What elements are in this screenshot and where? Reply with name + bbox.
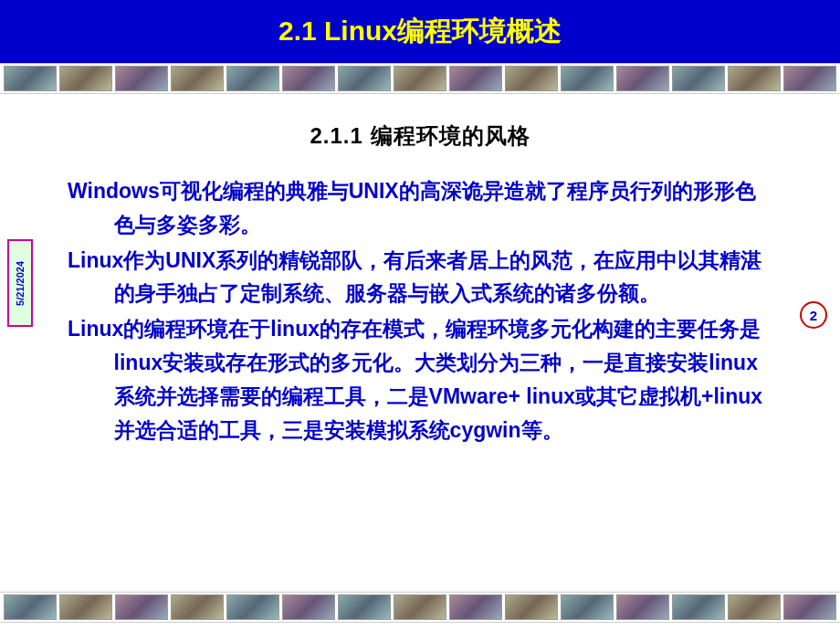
- thumb-image: [394, 594, 446, 620]
- thumb-image: [226, 594, 279, 620]
- thumb-image: [59, 594, 112, 620]
- thumb-image: [672, 594, 725, 620]
- thumb-image: [59, 66, 112, 91]
- thumb-image: [783, 66, 836, 91]
- thumb-image: [728, 66, 781, 91]
- thumb-image: [338, 594, 391, 620]
- thumbnail-strip-top: [0, 63, 840, 94]
- thumb-image: [561, 594, 614, 620]
- thumb-image: [561, 66, 614, 91]
- thumb-image: [505, 594, 558, 620]
- thumb-image: [449, 594, 502, 620]
- slide-title: 2.1 Linux编程环境概述: [278, 16, 562, 46]
- date-sidebar-tab: 5/21/2024: [7, 239, 33, 327]
- thumbnail-strip-bottom: [0, 592, 840, 623]
- page-number-badge: 2: [800, 301, 827, 329]
- thumb-image: [505, 66, 558, 91]
- date-text: 5/21/2024: [15, 261, 26, 306]
- slide-body: Windows可视化编程的典雅与UNIX的高深诡异造就了程序员行列的形形色色与多…: [0, 174, 840, 446]
- thumb-image: [4, 66, 57, 91]
- thumb-image: [672, 66, 725, 91]
- thumb-image: [115, 66, 168, 91]
- thumb-image: [728, 594, 781, 620]
- thumb-image: [449, 66, 502, 91]
- thumb-image: [282, 594, 335, 620]
- thumb-image: [4, 594, 57, 620]
- thumb-image: [783, 594, 836, 620]
- thumb-image: [616, 594, 669, 620]
- thumb-image: [282, 66, 335, 91]
- thumb-image: [171, 594, 224, 620]
- section-subtitle: 2.1.1 编程环境的风格: [0, 121, 840, 151]
- thumb-image: [394, 66, 446, 91]
- thumb-image: [338, 66, 391, 91]
- thumb-image: [226, 66, 279, 91]
- body-paragraph: Linux作为UNIX系列的精锐部队，有后来者居上的风范，在应用中以其精湛的身手…: [68, 244, 772, 311]
- thumb-image: [616, 66, 669, 91]
- body-paragraph: Linux的编程环境在于linux的存在模式，编程环境多元化构建的主要任务是li…: [68, 312, 772, 446]
- slide-title-bar: 2.1 Linux编程环境概述: [0, 0, 840, 63]
- page-number: 2: [810, 308, 817, 323]
- thumb-image: [115, 594, 168, 620]
- thumb-image: [171, 66, 224, 91]
- body-paragraph: Windows可视化编程的典雅与UNIX的高深诡异造就了程序员行列的形形色色与多…: [68, 174, 772, 242]
